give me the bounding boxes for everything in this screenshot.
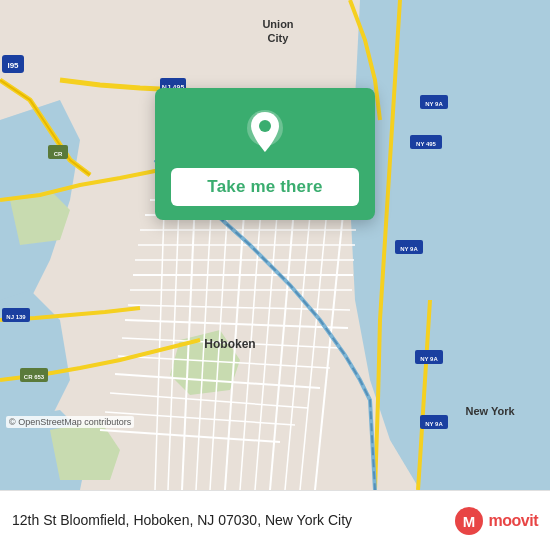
bottom-bar: 12th St Bloomfield, Hoboken, NJ 07030, N… <box>0 490 550 550</box>
svg-text:CR: CR <box>54 151 63 157</box>
svg-point-60 <box>259 120 271 132</box>
svg-text:M: M <box>462 513 475 530</box>
svg-text:NY 495: NY 495 <box>416 141 437 147</box>
svg-text:NY 9A: NY 9A <box>425 421 443 427</box>
svg-text:NJ 139: NJ 139 <box>6 314 26 320</box>
svg-text:City: City <box>268 32 290 44</box>
moovit-text: moovit <box>489 512 538 530</box>
map-container: I95 NJ 495 CR NJ 139 CR 653 NY 9A NY 495… <box>0 0 550 490</box>
svg-text:Union: Union <box>262 18 293 30</box>
svg-text:NY 9A: NY 9A <box>400 246 418 252</box>
osm-credit: © OpenStreetMap contributors <box>6 416 134 428</box>
svg-text:NY 9A: NY 9A <box>425 101 443 107</box>
svg-text:I95: I95 <box>7 61 19 70</box>
location-pin-icon <box>239 106 291 158</box>
address-text: 12th St Bloomfield, Hoboken, NJ 07030, N… <box>12 511 443 529</box>
svg-text:New York: New York <box>465 405 515 417</box>
svg-text:NY 9A: NY 9A <box>420 356 438 362</box>
moovit-logo: M moovit <box>453 505 538 537</box>
moovit-logo-icon: M <box>453 505 485 537</box>
svg-text:Hoboken: Hoboken <box>204 337 255 351</box>
osm-credit-text: © OpenStreetMap contributors <box>9 417 131 427</box>
location-card: Take me there <box>155 88 375 220</box>
take-me-there-button[interactable]: Take me there <box>171 168 359 206</box>
svg-text:CR 653: CR 653 <box>24 374 45 380</box>
